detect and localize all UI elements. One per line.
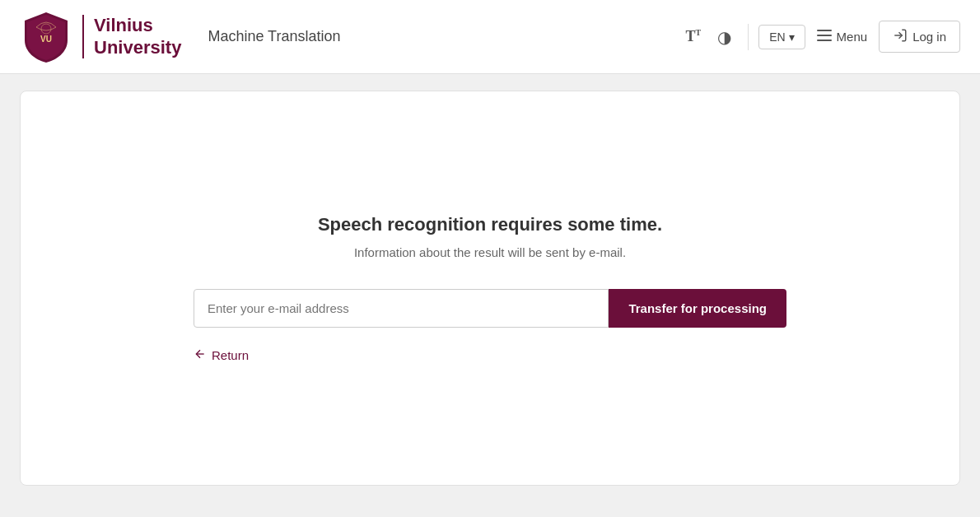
language-selector[interactable]: EN ▾ <box>758 25 805 49</box>
font-size-button[interactable]: TT <box>679 21 707 52</box>
header-divider <box>748 24 749 50</box>
menu-button[interactable]: Menu <box>809 25 876 49</box>
logo-text: Vilnius University <box>82 15 181 58</box>
svg-rect-4 <box>817 40 832 41</box>
login-button[interactable]: Log in <box>879 21 960 53</box>
contrast-icon: ◑ <box>717 27 731 47</box>
email-input[interactable] <box>194 289 609 328</box>
chevron-down-icon: ▾ <box>789 30 795 44</box>
hamburger-icon <box>817 30 832 44</box>
header: VU Vilnius University Machine Translatio… <box>0 0 980 74</box>
email-form-row: Transfer for processing <box>194 289 786 328</box>
processing-card: Speech recognition requires some time. I… <box>20 91 960 486</box>
card-title: Speech recognition requires some time. <box>318 214 662 235</box>
arrow-left-icon <box>194 347 207 363</box>
university-shield-icon: VU <box>20 11 72 63</box>
header-controls: TT ◑ EN ▾ Menu <box>679 21 960 54</box>
app-title: Machine Translation <box>208 28 340 45</box>
font-size-icon: TT <box>685 28 701 45</box>
svg-text:VU: VU <box>40 35 52 44</box>
card-subtitle: Information about the result will be sen… <box>354 245 626 259</box>
main-content: Speech recognition requires some time. I… <box>0 74 980 502</box>
logo-link[interactable]: VU Vilnius University <box>20 11 181 63</box>
svg-rect-3 <box>817 35 832 36</box>
svg-rect-2 <box>817 30 832 31</box>
transfer-button[interactable]: Transfer for processing <box>609 289 786 328</box>
contrast-button[interactable]: ◑ <box>711 21 738 54</box>
return-link[interactable]: Return <box>194 347 249 363</box>
login-icon <box>893 28 908 45</box>
